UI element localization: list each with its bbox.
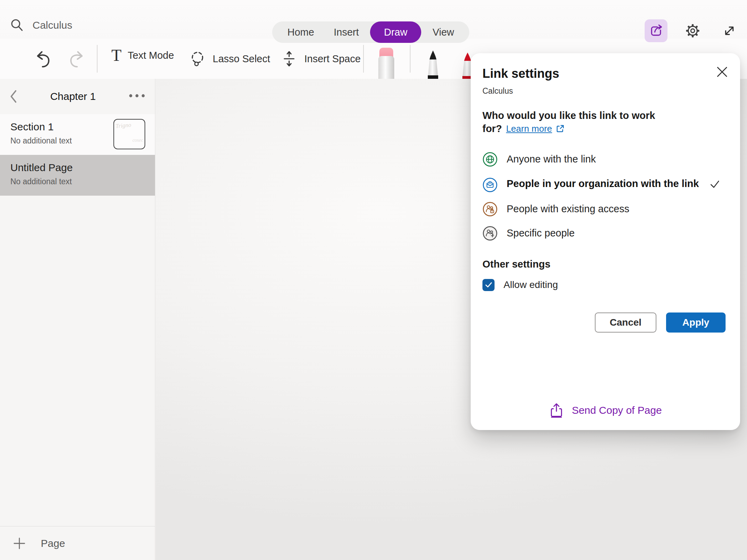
toolbar-divider (97, 45, 98, 73)
add-page-label: Page (41, 538, 65, 549)
option-label: Anyone with the link (507, 153, 728, 165)
allow-editing-checkbox[interactable] (482, 279, 495, 291)
redo-button[interactable] (66, 49, 85, 68)
search-icon (10, 18, 24, 32)
tab-home[interactable]: Home (287, 21, 314, 43)
globe-icon (482, 152, 498, 167)
share-icon (648, 23, 664, 38)
insert-space-icon (280, 50, 298, 68)
add-page-button[interactable]: Page (0, 526, 155, 560)
pen-black-tool[interactable] (425, 50, 441, 79)
insert-space-label: Insert Space (304, 53, 361, 65)
notebook-search[interactable]: Calculus (10, 18, 72, 32)
apply-button[interactable]: Apply (666, 312, 726, 333)
allow-editing-row[interactable]: Allow editing (482, 279, 728, 291)
onenote-app: Calculus Home Insert Draw View (0, 0, 747, 560)
eraser-body (378, 56, 394, 79)
option-people-existing-access[interactable]: People with existing access (482, 197, 728, 221)
ellipsis-icon (128, 93, 146, 98)
option-anyone-with-link[interactable]: Anyone with the link (482, 147, 728, 171)
tab-draw[interactable]: Draw (370, 21, 421, 43)
close-button[interactable] (714, 64, 730, 80)
page-list-sidebar: Chapter 1 Section 1 No additional text T… (0, 79, 155, 560)
section-title: Chapter 1 (18, 91, 128, 102)
plus-icon (12, 536, 26, 550)
page-row-title: Untitled Page (10, 162, 145, 174)
lasso-select-button[interactable]: Lasso Select (188, 50, 270, 68)
section-more-button[interactable] (128, 93, 146, 100)
ribbon-tab-bar: Home Insert Draw View (272, 21, 469, 43)
tab-insert[interactable]: Insert (334, 21, 359, 43)
learn-more-link[interactable]: Learn more (506, 123, 565, 134)
chevron-left-icon (9, 88, 18, 104)
link-audience-question: Who would you like this link to work for… (482, 109, 728, 136)
close-icon (716, 65, 729, 78)
popover-actions: Cancel Apply (482, 312, 728, 333)
send-copy-label: Send Copy of Page (572, 404, 662, 416)
gear-icon (684, 22, 701, 39)
lasso-icon (188, 50, 206, 68)
share-upload-icon (549, 402, 564, 418)
undo-icon (35, 49, 54, 68)
question-line-1: Who would you like this link to work (482, 109, 728, 122)
eraser-tool[interactable] (378, 48, 394, 79)
notebook-title: Calculus (33, 19, 72, 31)
expand-icon (721, 23, 737, 39)
option-label: People with existing access (507, 203, 728, 215)
fullscreen-button[interactable] (718, 19, 741, 42)
lasso-select-label: Lasso Select (213, 53, 270, 65)
option-label: People in your organization with the lin… (507, 176, 700, 192)
sidebar-header: Chapter 1 (0, 79, 155, 114)
settings-button[interactable] (681, 19, 704, 42)
other-settings-heading: Other settings (482, 259, 728, 270)
text-mode-icon: T (111, 47, 121, 64)
cancel-button[interactable]: Cancel (595, 312, 656, 333)
thumbnail-handwriting: Trigno (115, 121, 143, 130)
page-thumbnail: Trigno cosec (113, 119, 145, 149)
text-mode-button[interactable]: T Text Mode (111, 47, 174, 64)
option-specific-people[interactable]: Specific people (482, 221, 728, 245)
redo-icon (66, 49, 85, 68)
page-row-section-1[interactable]: Section 1 No additional text Trigno cose… (0, 114, 155, 155)
thumbnail-handwriting: cosec (116, 138, 143, 143)
briefcase-icon (482, 177, 498, 193)
back-button[interactable] (9, 88, 18, 104)
share-button[interactable] (645, 19, 667, 42)
top-app-bar: Calculus Home Insert Draw View (0, 0, 747, 39)
external-link-icon (555, 124, 565, 133)
checkmark-icon (485, 281, 493, 289)
popover-title: Link settings (482, 66, 728, 81)
link-settings-popover: Link settings Calculus Who would you lik… (471, 53, 740, 430)
selected-check-icon (709, 179, 720, 190)
top-actions (645, 19, 741, 42)
allow-editing-label: Allow editing (504, 279, 558, 290)
page-row-subtitle: No additional text (10, 177, 145, 186)
insert-space-button[interactable]: Insert Space (280, 50, 361, 68)
person-add-icon (482, 226, 498, 241)
popover-notebook-name: Calculus (482, 86, 728, 96)
send-copy-of-page-button[interactable]: Send Copy of Page (471, 402, 740, 418)
option-people-in-organization[interactable]: People in your organization with the lin… (482, 171, 728, 197)
tab-view[interactable]: View (433, 21, 454, 43)
toolbar-divider (410, 45, 411, 73)
text-mode-label: Text Mode (128, 50, 174, 61)
people-lock-icon (482, 202, 498, 217)
learn-more-label: Learn more (506, 123, 552, 134)
page-row-untitled-page[interactable]: Untitled Page No additional text (0, 155, 155, 196)
undo-button[interactable] (35, 49, 54, 68)
link-audience-options: Anyone with the link People in your orga… (482, 147, 728, 245)
toolbar-divider (363, 45, 364, 73)
option-label: Specific people (507, 227, 728, 239)
question-line-2: for? (482, 122, 502, 135)
